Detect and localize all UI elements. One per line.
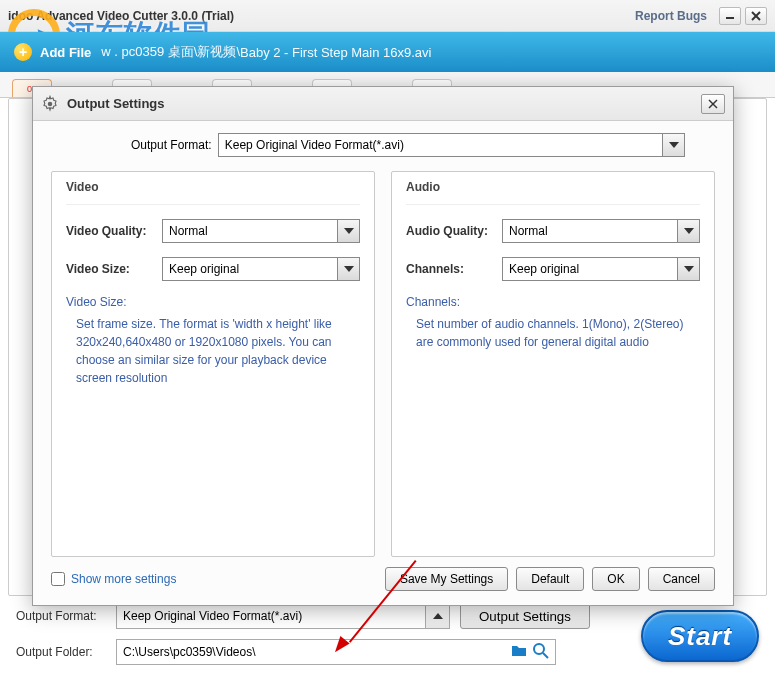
dialog-output-format-select[interactable]: Keep Original Video Format(*.avi) <box>218 133 663 157</box>
show-more-settings-label: Show more settings <box>71 572 176 586</box>
dialog-output-format-label: Output Format: <box>131 138 212 152</box>
video-quality-label: Video Quality: <box>66 224 162 238</box>
dialog-title: Output Settings <box>67 96 701 111</box>
close-icon <box>751 11 761 21</box>
output-format-label: Output Format: <box>16 609 116 623</box>
chevron-down-icon <box>684 228 694 234</box>
search-folder-icon[interactable] <box>533 643 549 662</box>
output-folder-label: Output Folder: <box>16 645 116 659</box>
dialog-output-format-value: Keep Original Video Format(*.avi) <box>225 138 404 152</box>
video-size-value: Keep original <box>169 262 239 276</box>
video-size-select[interactable]: Keep original <box>162 257 338 281</box>
add-file-path-overlay: w . pc0359 桌面\新视频\ <box>101 43 240 61</box>
video-panel: Video Video Quality: Normal Video Size: … <box>51 171 375 557</box>
add-file-bar[interactable]: + Add File w . pc0359 桌面\新视频\ Baby 2 - F… <box>0 32 775 72</box>
chevron-down-icon <box>684 266 694 272</box>
channels-value: Keep original <box>509 262 579 276</box>
add-file-label: Add File <box>40 45 91 60</box>
gear-icon <box>41 95 59 113</box>
show-more-settings-input[interactable] <box>51 572 65 586</box>
start-button[interactable]: Start <box>641 610 759 662</box>
minimize-icon <box>725 11 735 21</box>
chevron-down-icon <box>344 228 354 234</box>
channels-label: Channels: <box>406 262 502 276</box>
video-quality-value: Normal <box>169 224 208 238</box>
video-quality-dropdown-button[interactable] <box>338 219 360 243</box>
add-file-path: Baby 2 - First Step Main 16x9.avi <box>240 45 431 60</box>
chevron-down-icon <box>344 266 354 272</box>
chevron-down-icon <box>669 142 679 148</box>
close-button[interactable] <box>745 7 767 25</box>
output-settings-button[interactable]: Output Settings <box>460 603 590 629</box>
browse-folder-icon[interactable] <box>511 643 527 662</box>
chevron-up-icon <box>433 613 443 619</box>
show-more-settings-checkbox[interactable]: Show more settings <box>51 572 176 586</box>
close-icon <box>708 99 718 109</box>
audio-panel-legend: Audio <box>406 172 700 205</box>
report-bugs-link[interactable]: Report Bugs <box>635 9 707 23</box>
cancel-button[interactable]: Cancel <box>648 567 715 591</box>
default-button[interactable]: Default <box>516 567 584 591</box>
dialog-header: Output Settings <box>33 87 733 121</box>
dialog-close-button[interactable] <box>701 94 725 114</box>
audio-quality-select[interactable]: Normal <box>502 219 678 243</box>
audio-quality-label: Audio Quality: <box>406 224 502 238</box>
dialog-output-format-dropdown-button[interactable] <box>663 133 685 157</box>
channels-dropdown-button[interactable] <box>678 257 700 281</box>
video-size-dropdown-button[interactable] <box>338 257 360 281</box>
video-quality-select[interactable]: Normal <box>162 219 338 243</box>
output-format-dropdown-button[interactable] <box>426 603 450 629</box>
minimize-button[interactable] <box>719 7 741 25</box>
audio-quality-value: Normal <box>509 224 548 238</box>
audio-hint-text: Set number of audio channels. 1(Mono), 2… <box>406 315 700 351</box>
audio-hint-title: Channels: <box>406 295 700 309</box>
ok-button[interactable]: OK <box>592 567 639 591</box>
svg-point-3 <box>534 644 544 654</box>
audio-quality-dropdown-button[interactable] <box>678 219 700 243</box>
video-panel-legend: Video <box>66 172 360 205</box>
save-my-settings-button[interactable]: Save My Settings <box>385 567 508 591</box>
video-hint-title: Video Size: <box>66 295 360 309</box>
svg-point-5 <box>48 101 53 106</box>
output-format-value: Keep Original Video Format(*.avi) <box>123 609 302 623</box>
video-size-label: Video Size: <box>66 262 162 276</box>
audio-panel: Audio Audio Quality: Normal Channels: Ke… <box>391 171 715 557</box>
add-icon: + <box>14 43 32 61</box>
start-button-label: Start <box>668 621 732 652</box>
output-settings-dialog: Output Settings Output Format: Keep Orig… <box>32 86 734 606</box>
video-hint-text: Set frame size. The format is 'width x h… <box>66 315 360 387</box>
output-folder-value: C:\Users\pc0359\Videos\ <box>123 645 256 659</box>
svg-line-4 <box>543 653 548 658</box>
channels-select[interactable]: Keep original <box>502 257 678 281</box>
